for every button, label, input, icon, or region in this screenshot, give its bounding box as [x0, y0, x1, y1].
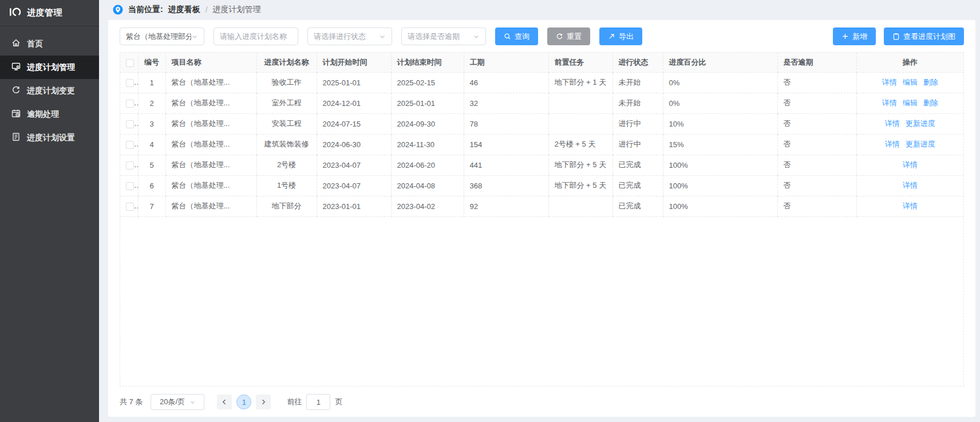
plan-table: 编号 项目名称 进度计划名称 计划开始时间 计划结束时间 工期 前置任务 进行状…	[120, 53, 963, 217]
cell-no: 3	[138, 113, 165, 134]
cell-duration: 154	[464, 134, 548, 155]
add-button[interactable]: 新增	[833, 27, 876, 45]
col-header-overdue: 是否逾期	[777, 53, 856, 72]
export-button[interactable]: 导出	[599, 27, 642, 45]
col-header-status: 进行状态	[612, 53, 663, 72]
next-page-button[interactable]	[256, 395, 271, 409]
cell-end: 2024-09-30	[391, 113, 464, 134]
plan-table-container: 编号 项目名称 进度计划名称 计划开始时间 计划结束时间 工期 前置任务 进行状…	[120, 52, 964, 386]
sidebar-item-home[interactable]: 首页	[0, 32, 99, 56]
overdue-select[interactable]: 请选择是否逾期	[401, 27, 486, 45]
action-detail[interactable]: 详情	[903, 160, 918, 169]
row-checkbox[interactable]	[126, 141, 134, 149]
action-delete[interactable]: 删除	[923, 98, 938, 107]
action-detail[interactable]: 详情	[903, 181, 918, 190]
sidebar-item-plan-management[interactable]: 进度计划管理	[0, 56, 99, 79]
cell-no: 6	[138, 175, 165, 196]
table-row: 7 紫台（地基处理... 地下部分 2023-01-01 2023-04-02 …	[120, 196, 963, 216]
cell-start: 2024-07-15	[317, 113, 391, 134]
app-root: 进度管理 首页 进度计划管理	[0, 0, 980, 422]
page-number-current[interactable]: 1	[236, 395, 251, 409]
cell-duration: 32	[464, 93, 548, 113]
col-header-percent: 进度百分比	[663, 53, 777, 72]
table-row: 6 紫台（地基处理... 1号楼 2023-04-07 2024-04-08 3…	[120, 175, 963, 196]
prev-page-button[interactable]	[217, 395, 232, 409]
chevron-right-icon	[260, 399, 267, 405]
cell-duration: 368	[464, 175, 548, 196]
cell-end: 2024-06-20	[391, 155, 464, 175]
cell-project: 紫台（地基处理...	[165, 155, 256, 175]
row-checkbox[interactable]	[126, 79, 134, 87]
action-detail[interactable]: 详情	[885, 119, 900, 128]
row-checkbox[interactable]	[126, 100, 134, 108]
cell-overdue: 否	[777, 134, 856, 155]
toolbar-right: 新增 查看进度计划图	[833, 27, 964, 45]
sidebar-item-label: 进度计划变更	[27, 86, 75, 96]
jump-page-input[interactable]	[306, 394, 330, 410]
cell-overdue: 否	[777, 155, 856, 175]
select-all-checkbox[interactable]	[126, 59, 134, 67]
cell-start: 2024-12-01	[317, 93, 391, 113]
reset-button[interactable]: 重置	[547, 27, 590, 45]
cell-percent: 100%	[663, 155, 777, 175]
action-detail[interactable]: 详情	[882, 98, 897, 107]
cell-percent: 100%	[663, 196, 777, 216]
cell-end: 2024-11-30	[391, 134, 464, 155]
action-update-progress[interactable]: 更新进度	[906, 140, 935, 148]
export-arrow-icon	[608, 33, 615, 40]
view-plan-chart-button[interactable]: 查看进度计划图	[884, 27, 964, 45]
col-header-end: 计划结束时间	[391, 53, 464, 72]
page-size-select[interactable]: 20条/页	[151, 394, 204, 410]
action-detail[interactable]: 详情	[882, 78, 897, 86]
cell-pre-task: 地下部分 + 1 天	[548, 72, 612, 93]
sidebar-item-plan-settings[interactable]: 进度计划设置	[0, 126, 99, 149]
export-button-label: 导出	[619, 31, 634, 42]
action-detail[interactable]: 详情	[885, 140, 900, 148]
cell-project: 紫台（地基处理...	[165, 72, 256, 93]
action-delete[interactable]: 删除	[923, 78, 938, 86]
cell-duration: 78	[464, 113, 548, 134]
row-checkbox[interactable]	[126, 182, 134, 190]
row-checkbox[interactable]	[126, 203, 134, 211]
breadcrumb-separator: /	[206, 5, 208, 14]
monitor-icon	[11, 62, 21, 73]
refresh-icon	[11, 85, 21, 96]
chevron-down-icon	[473, 33, 480, 40]
cell-status: 进行中	[612, 113, 663, 134]
row-checkbox[interactable]	[126, 120, 134, 128]
clipboard-icon	[892, 33, 900, 40]
sidebar-item-overdue[interactable]: 逾期处理	[0, 102, 99, 126]
action-edit[interactable]: 编辑	[903, 98, 918, 107]
row-checkbox[interactable]	[126, 161, 134, 169]
sidebar-item-plan-change[interactable]: 进度计划变更	[0, 79, 99, 102]
breadcrumb-root[interactable]: 进度看板	[168, 5, 200, 15]
cell-project: 紫台（地基处理...	[165, 196, 256, 216]
cell-status: 已完成	[612, 175, 663, 196]
col-header-duration: 工期	[464, 53, 548, 72]
reset-icon	[556, 33, 563, 40]
cell-percent: 0%	[663, 93, 777, 113]
plan-name-input[interactable]	[214, 27, 298, 45]
chevron-left-icon	[221, 399, 228, 405]
cell-overdue: 否	[777, 72, 856, 93]
action-detail[interactable]: 详情	[903, 202, 918, 210]
cell-status: 未开始	[612, 93, 663, 113]
location-pin-icon	[113, 5, 123, 15]
document-icon	[11, 132, 21, 143]
breadcrumb: 当前位置: 进度看板 / 进度计划管理	[99, 0, 980, 19]
table-row: 2 紫台（地基处理... 室外工程 2024-12-01 2025-01-01 …	[120, 93, 963, 113]
pagination: 共 7 条 20条/页 1 前往 页	[120, 394, 964, 410]
cell-no: 1	[138, 72, 165, 93]
cell-pre-task	[548, 113, 612, 134]
chevron-down-icon	[189, 399, 196, 405]
search-button[interactable]: 查询	[495, 27, 538, 45]
app-logo-icon	[9, 7, 22, 19]
cell-percent: 15%	[663, 134, 777, 155]
project-select[interactable]: 紫台（地基处理部分	[120, 27, 204, 45]
action-edit[interactable]: 编辑	[903, 78, 918, 86]
app-title: 进度管理	[27, 7, 62, 18]
status-select[interactable]: 请选择进行状态	[307, 27, 392, 45]
action-update-progress[interactable]: 更新进度	[906, 119, 935, 128]
cell-duration: 92	[464, 196, 548, 216]
sidebar-item-label: 进度计划设置	[27, 133, 75, 143]
